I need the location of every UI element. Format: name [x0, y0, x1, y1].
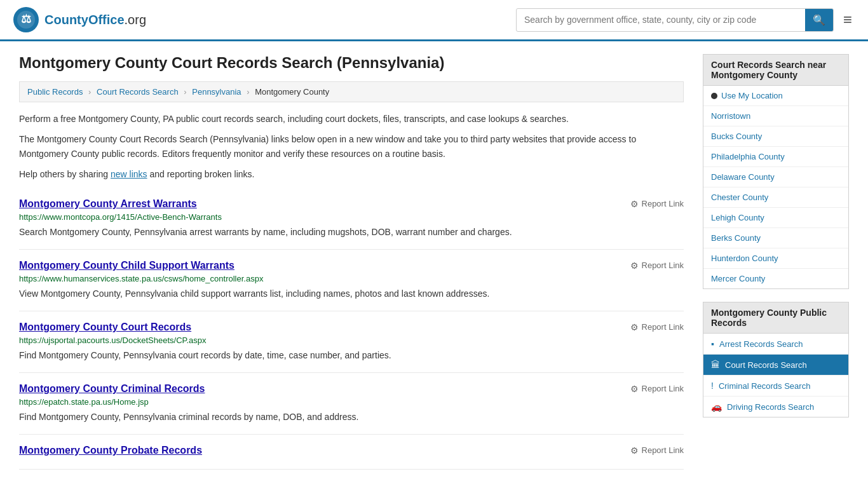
menu-icon[interactable]: ≡: [840, 8, 855, 32]
search-bar[interactable]: 🔍: [516, 8, 834, 32]
sidebar-nearby-section: Court Records Search near Montgomery Cou…: [703, 54, 849, 289]
record-desc-court-records: Find Montgomery County, Pennsylvania cou…: [19, 349, 684, 362]
header-right: 🔍 ≡: [516, 8, 855, 32]
report-icon-4: ⚙: [630, 384, 639, 394]
report-link-court-records[interactable]: ⚙ Report Link: [630, 322, 684, 332]
sidebar-item-norristown[interactable]: Norristown: [703, 106, 848, 126]
record-title-probate-records[interactable]: Montgomery County Probate Records: [19, 445, 202, 456]
sidebar: Court Records Search near Montgomery Cou…: [703, 54, 849, 470]
record-item-child-support: Montgomery County Child Support Warrants…: [19, 250, 684, 311]
record-url-arrest-warrants: https://www.montcopa.org/1415/Active-Ben…: [19, 212, 684, 222]
record-url-criminal-records: https://epatch.state.pa.us/Home.jsp: [19, 397, 684, 407]
report-icon-2: ⚙: [630, 261, 639, 271]
sidebar-item-hunterdon[interactable]: Hunterdon County: [703, 248, 848, 269]
sidebar-item-bucks[interactable]: Bucks County: [703, 126, 848, 147]
breadcrumb: Public Records › Court Records Search › …: [19, 81, 684, 102]
report-link-arrest-warrants[interactable]: ⚙ Report Link: [630, 199, 684, 209]
report-icon: ⚙: [630, 199, 639, 209]
record-desc-criminal-records: Find Montgomery County, Pennsylvania cri…: [19, 410, 684, 424]
record-item-probate-records: Montgomery County Probate Records ⚙ Repo…: [19, 435, 684, 470]
logo-text: CountyOffice.org: [44, 13, 146, 27]
sidebar-item-delaware[interactable]: Delaware County: [703, 167, 848, 187]
report-link-probate-records[interactable]: ⚙ Report Link: [630, 445, 684, 456]
report-icon-5: ⚙: [630, 445, 639, 456]
search-button[interactable]: 🔍: [805, 9, 833, 31]
record-url-court-records: https://ujsportal.pacourts.us/DocketShee…: [19, 336, 684, 345]
report-link-criminal-records[interactable]: ⚙ Report Link: [630, 384, 684, 394]
sidebar-nearby-header: Court Records Search near Montgomery Cou…: [703, 54, 849, 86]
record-title-criminal-records[interactable]: Montgomery County Criminal Records: [19, 383, 205, 395]
new-links-link[interactable]: new links: [111, 169, 147, 179]
arrest-records-icon: ▪: [711, 339, 714, 349]
sidebar-item-driving-records-search[interactable]: 🚗 Driving Records Search: [703, 396, 848, 417]
record-desc-arrest-warrants: Search Montgomery County, Pennsylvania a…: [19, 226, 684, 239]
sidebar-use-location[interactable]: Use My Location: [703, 86, 848, 106]
page-title: Montgomery County Court Records Search (…: [19, 54, 684, 72]
sidebar-item-mercer[interactable]: Mercer County: [703, 269, 848, 288]
logo-area: ⚖ CountyOffice.org: [13, 6, 146, 33]
report-icon-3: ⚙: [630, 322, 639, 332]
record-item-arrest-warrants: Montgomery County Arrest Warrants ⚙ Repo…: [19, 188, 684, 250]
criminal-records-icon: !: [711, 381, 714, 391]
record-title-child-support[interactable]: Montgomery County Child Support Warrants: [19, 260, 234, 271]
site-header: ⚖ CountyOffice.org 🔍 ≡: [0, 0, 868, 41]
main-container: Montgomery County Court Records Search (…: [0, 41, 868, 482]
sidebar-item-lehigh[interactable]: Lehigh County: [703, 208, 848, 228]
breadcrumb-public-records[interactable]: Public Records: [27, 87, 83, 97]
sidebar-public-records-links: ▪ Arrest Records Search 🏛 Court Records …: [703, 334, 849, 417]
record-desc-child-support: View Montgomery County, Pennsylvania chi…: [19, 287, 684, 301]
sidebar-public-records-section: Montgomery County Public Records ▪ Arres…: [703, 302, 849, 417]
search-input[interactable]: [517, 10, 805, 30]
breadcrumb-current: Montgomery County: [255, 87, 329, 97]
sidebar-item-court-records-search[interactable]: 🏛 Court Records Search: [703, 355, 848, 376]
report-link-child-support[interactable]: ⚙ Report Link: [630, 261, 684, 271]
sidebar-item-berks[interactable]: Berks County: [703, 228, 848, 248]
record-title-arrest-warrants[interactable]: Montgomery County Arrest Warrants: [19, 198, 197, 210]
logo-icon: ⚖: [13, 6, 39, 33]
sidebar-public-records-header: Montgomery County Public Records: [703, 302, 849, 334]
record-item-criminal-records: Montgomery County Criminal Records ⚙ Rep…: [19, 373, 684, 435]
content-area: Montgomery County Court Records Search (…: [19, 54, 684, 470]
sidebar-nearby-links: Use My Location Norristown Bucks County …: [703, 86, 849, 289]
court-records-icon: 🏛: [711, 360, 720, 370]
description-para3: Help others by sharing new links and rep…: [19, 167, 684, 181]
description-para2: The Montgomery County Court Records Sear…: [19, 132, 684, 161]
sidebar-item-arrest-records[interactable]: ▪ Arrest Records Search: [703, 334, 848, 355]
svg-text:⚖: ⚖: [21, 13, 31, 25]
record-title-court-records[interactable]: Montgomery County Court Records: [19, 322, 191, 333]
description-para1: Perform a free Montgomery County, PA pub…: [19, 112, 684, 126]
driving-records-icon: 🚗: [711, 402, 722, 412]
sidebar-item-chester[interactable]: Chester County: [703, 187, 848, 208]
location-dot-icon: [711, 93, 717, 99]
breadcrumb-pennsylvania[interactable]: Pennsylvania: [192, 87, 241, 97]
sidebar-item-criminal-records-search[interactable]: ! Criminal Records Search: [703, 376, 848, 396]
record-url-child-support: https://www.humanservices.state.pa.us/cs…: [19, 274, 684, 283]
record-item-court-records: Montgomery County Court Records ⚙ Report…: [19, 311, 684, 373]
records-list: Montgomery County Arrest Warrants ⚙ Repo…: [19, 188, 684, 470]
sidebar-item-philadelphia[interactable]: Philadelphia County: [703, 147, 848, 167]
breadcrumb-court-records[interactable]: Court Records Search: [97, 87, 179, 97]
